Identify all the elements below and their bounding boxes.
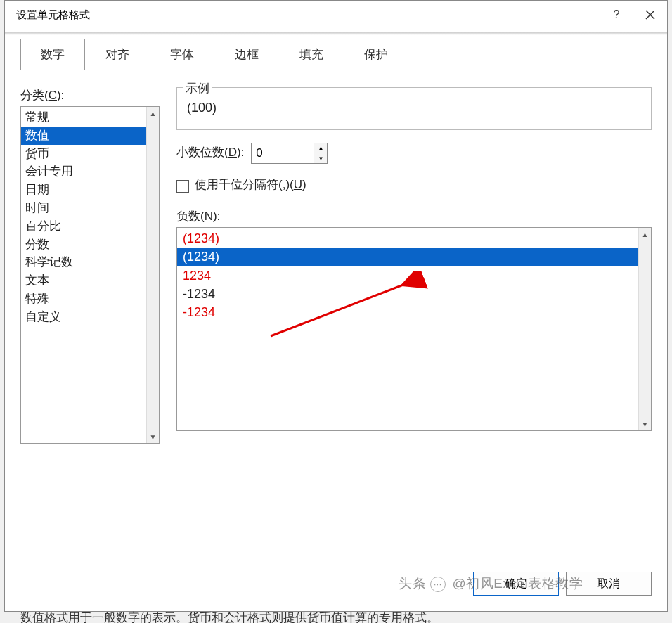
close-icon (645, 10, 655, 20)
scroll-up-icon[interactable]: ▲ (639, 228, 651, 240)
negative-format-item[interactable]: (1234) (177, 248, 638, 266)
tabs: 数字 对齐 字体 边框 填充 保护 (20, 39, 667, 70)
category-item[interactable]: 特殊 (21, 290, 146, 308)
category-item[interactable]: 时间 (21, 199, 146, 217)
decimals-row: 小数位数(D): ▲ ▼ (176, 143, 652, 164)
negative-label: 负数(N): (176, 208, 652, 224)
tab-protection[interactable]: 保护 (344, 39, 408, 70)
format-description: 数值格式用于一般数字的表示。货币和会计格式则提供货币值计算的专用格式。 (20, 610, 652, 623)
category-item[interactable]: 数值 (21, 127, 146, 145)
sample-legend: 示例 (183, 80, 212, 96)
sample-value: (100) (184, 92, 644, 118)
help-button[interactable]: ? (600, 1, 633, 29)
category-item[interactable]: 自定义 (21, 308, 146, 326)
scroll-down-icon[interactable]: ▼ (639, 418, 651, 430)
negative-listbox[interactable]: (1234)(1234)1234-1234-1234 ▲ ▼ (176, 227, 652, 431)
titlebar: 设置单元格格式 ? (5, 1, 667, 29)
category-item[interactable]: 科学记数 (21, 253, 146, 271)
cancel-button[interactable]: 取消 (566, 572, 652, 596)
spinner-down-icon[interactable]: ▼ (314, 153, 327, 163)
negative-format-item[interactable]: (1234) (177, 229, 638, 248)
negative-format-item[interactable]: -1234 (177, 303, 638, 321)
decimals-spinner[interactable]: ▲ ▼ (251, 143, 328, 164)
shadow (5, 32, 667, 35)
category-label: 分类(C): (20, 87, 160, 103)
category-item[interactable]: 常规 (21, 108, 146, 127)
tab-fill[interactable]: 填充 (279, 39, 344, 70)
tab-number[interactable]: 数字 (20, 39, 85, 70)
category-item[interactable]: 会计专用 (21, 162, 146, 181)
thousands-checkbox[interactable] (176, 180, 189, 193)
close-button[interactable] (633, 1, 667, 29)
negative-format-item[interactable]: -1234 (177, 285, 638, 303)
scrollbar[interactable]: ▲ ▼ (146, 107, 159, 443)
negative-format-item[interactable]: 1234 (177, 266, 638, 285)
decimals-input[interactable] (251, 143, 314, 164)
tab-alignment[interactable]: 对齐 (85, 39, 150, 70)
category-item[interactable]: 货币 (21, 145, 146, 163)
category-listbox[interactable]: 常规数值货币会计专用日期时间百分比分数科学记数文本特殊自定义 ▲ ▼ (20, 106, 160, 444)
decimals-label: 小数位数(D): (176, 144, 244, 160)
tab-font[interactable]: 字体 (150, 39, 214, 70)
dialog-buttons: 确定 取消 (473, 572, 652, 596)
format-cells-dialog: 设置单元格格式 ? 数字 对齐 字体 边框 填充 保护 分类(C): 常规数值货… (4, 0, 668, 612)
category-item[interactable]: 日期 (21, 181, 146, 199)
ok-button[interactable]: 确定 (473, 572, 559, 596)
spinner-up-icon[interactable]: ▲ (314, 143, 327, 153)
category-item[interactable]: 分数 (21, 236, 146, 254)
dialog-title: 设置单元格格式 (16, 8, 600, 22)
tab-panel-number: 分类(C): 常规数值货币会计专用日期时间百分比分数科学记数文本特殊自定义 ▲ … (5, 70, 667, 582)
thousands-row[interactable]: 使用千位分隔符(,)(U) (176, 176, 652, 195)
category-item[interactable]: 百分比 (21, 217, 146, 236)
sample-fieldset: 示例 (100) (176, 87, 652, 130)
scrollbar[interactable]: ▲ ▼ (638, 228, 651, 430)
scroll-up-icon[interactable]: ▲ (147, 107, 159, 120)
thousands-label: 使用千位分隔符(,)(U) (195, 176, 306, 193)
tab-border[interactable]: 边框 (214, 39, 279, 70)
category-item[interactable]: 文本 (21, 271, 146, 290)
scroll-down-icon[interactable]: ▼ (147, 430, 159, 443)
